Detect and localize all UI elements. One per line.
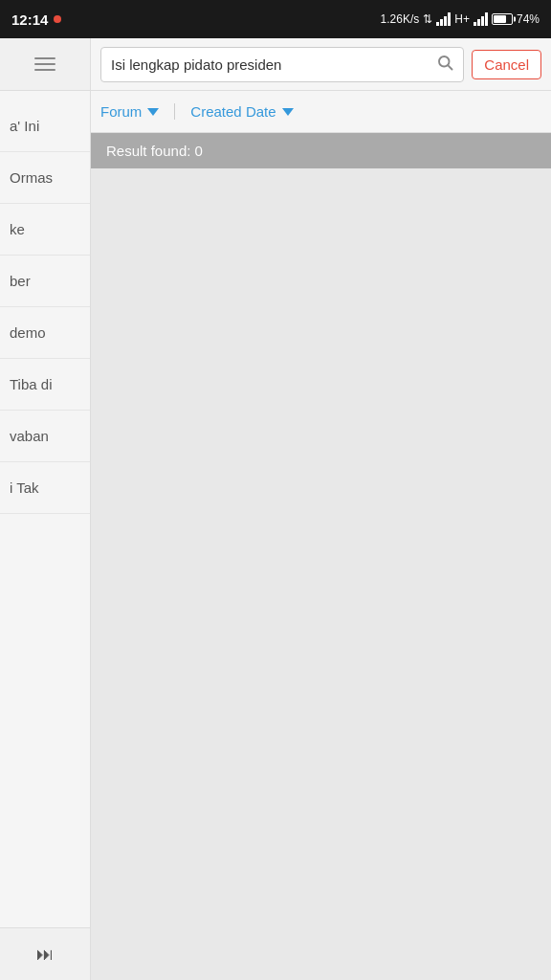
signal-type: H+ bbox=[454, 12, 470, 26]
fast-forward-icon: ⏭ bbox=[36, 945, 54, 965]
filter-bar: Forum Created Date bbox=[91, 91, 551, 133]
signal-bar-3 bbox=[444, 16, 447, 26]
sidebar-item-2[interactable]: ke bbox=[0, 204, 90, 256]
main-container: a' Ini Ormas ke ber demo Tiba di vaban i… bbox=[0, 38, 551, 980]
sidebar-item-7[interactable]: i Tak bbox=[0, 462, 90, 514]
signal-bars bbox=[436, 12, 451, 26]
signal-bar-7 bbox=[481, 16, 484, 26]
sidebar: a' Ini Ormas ke ber demo Tiba di vaban i… bbox=[0, 38, 91, 980]
status-right: 1.26K/s ⇅ H+ 74% bbox=[381, 12, 540, 26]
search-input[interactable] bbox=[111, 56, 430, 73]
search-button[interactable] bbox=[436, 54, 453, 76]
empty-content bbox=[91, 168, 551, 980]
battery-fill bbox=[494, 15, 506, 23]
results-bar: Result found: 0 bbox=[91, 133, 551, 168]
results-text: Result found: 0 bbox=[106, 143, 203, 159]
battery-icon bbox=[492, 13, 513, 25]
sidebar-menu-icon[interactable] bbox=[0, 38, 90, 91]
sidebar-item-5[interactable]: Tiba di bbox=[0, 359, 90, 411]
forum-dropdown-icon bbox=[147, 108, 159, 116]
status-left: 12:14 bbox=[11, 11, 61, 28]
hamburger-icon bbox=[34, 57, 55, 71]
forum-filter-button[interactable]: Forum bbox=[100, 103, 175, 120]
status-bar: 12:14 1.26K/s ⇅ H+ 74% bbox=[0, 0, 551, 38]
signal-bar-5 bbox=[474, 22, 476, 26]
battery-percent: 74% bbox=[517, 12, 540, 26]
sidebar-item-3[interactable]: ber bbox=[0, 256, 90, 307]
signal-bar-4 bbox=[448, 12, 451, 26]
signal-bar-6 bbox=[477, 19, 480, 26]
status-dot bbox=[54, 15, 61, 23]
signal-bar-2 bbox=[440, 19, 443, 26]
network-speed: 1.26K/s bbox=[381, 12, 420, 26]
sidebar-item-6[interactable]: vaban bbox=[0, 411, 90, 462]
date-filter-button[interactable]: Created Date bbox=[190, 103, 308, 120]
svg-line-1 bbox=[449, 65, 452, 69]
sidebar-item-1[interactable]: Ormas bbox=[0, 152, 90, 204]
search-input-wrapper bbox=[100, 47, 464, 82]
signal-bar-1 bbox=[436, 22, 439, 26]
cancel-button[interactable]: Cancel bbox=[472, 50, 541, 79]
search-bar: Cancel bbox=[91, 38, 551, 91]
content-area: Cancel Forum Created Date Result found: … bbox=[91, 38, 551, 980]
search-icon bbox=[436, 54, 453, 71]
date-dropdown-icon bbox=[282, 108, 294, 116]
sidebar-bottom[interactable]: ⏭ bbox=[0, 927, 90, 980]
date-filter-label: Created Date bbox=[190, 103, 276, 120]
signal-bars-2 bbox=[474, 12, 488, 26]
sidebar-item-4[interactable]: demo bbox=[0, 307, 90, 359]
sidebar-items: a' Ini Ormas ke ber demo Tiba di vaban i… bbox=[0, 91, 90, 514]
sidebar-item-0[interactable]: a' Ini bbox=[0, 100, 90, 152]
signal-bar-8 bbox=[485, 12, 488, 26]
status-time: 12:14 bbox=[11, 11, 48, 28]
forum-filter-label: Forum bbox=[100, 103, 142, 120]
signal-arrows: ⇅ bbox=[423, 12, 432, 26]
